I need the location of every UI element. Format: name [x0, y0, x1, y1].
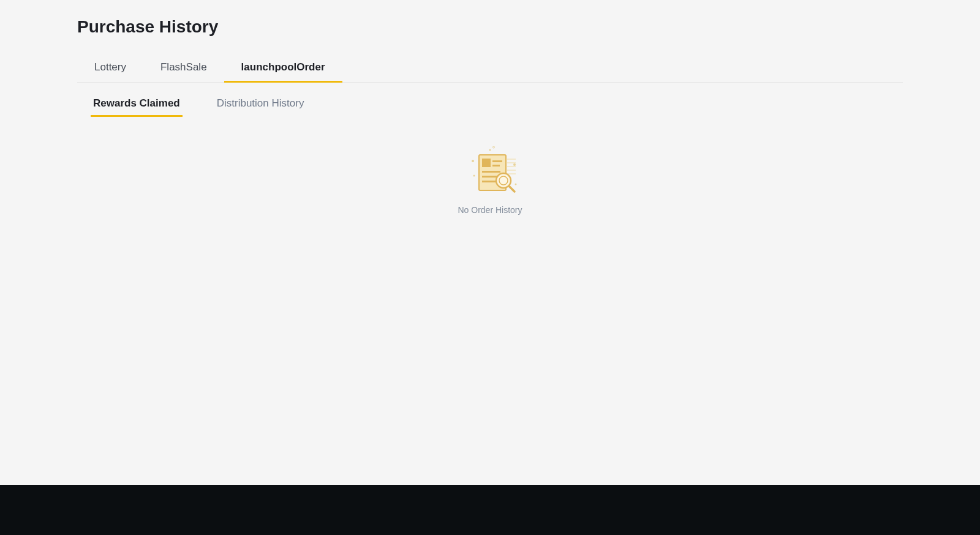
- svg-rect-9: [507, 170, 516, 171]
- svg-rect-6: [507, 159, 516, 160]
- page-title: Purchase History: [77, 17, 903, 37]
- svg-rect-13: [492, 160, 502, 162]
- secondary-tabs: Rewards Claimed Distribution History: [77, 97, 903, 117]
- empty-state-icon: [461, 146, 519, 196]
- svg-point-5: [515, 184, 517, 185]
- svg-point-0: [472, 160, 474, 162]
- tab-launchpool-order[interactable]: launchpoolOrder: [224, 54, 342, 82]
- svg-rect-12: [482, 159, 491, 167]
- tab-flashsale[interactable]: FlashSale: [143, 54, 224, 82]
- svg-point-2: [489, 149, 491, 151]
- empty-state-text: No Order History: [458, 205, 522, 215]
- tab-lottery[interactable]: Lottery: [77, 54, 143, 82]
- svg-point-1: [473, 175, 475, 177]
- footer-bar: [0, 485, 980, 535]
- svg-rect-14: [492, 165, 500, 166]
- page-container: Purchase History Lottery FlashSale launc…: [0, 0, 980, 215]
- svg-line-20: [509, 186, 514, 192]
- svg-point-4: [513, 163, 516, 166]
- svg-rect-15: [482, 171, 500, 173]
- svg-point-3: [493, 146, 495, 148]
- empty-state: No Order History: [77, 146, 903, 215]
- subtab-distribution-history[interactable]: Distribution History: [217, 97, 304, 117]
- primary-tabs: Lottery FlashSale launchpoolOrder: [77, 54, 903, 83]
- svg-rect-7: [507, 162, 516, 163]
- svg-rect-8: [507, 166, 516, 167]
- svg-rect-16: [482, 176, 497, 178]
- subtab-rewards-claimed[interactable]: Rewards Claimed: [93, 97, 180, 117]
